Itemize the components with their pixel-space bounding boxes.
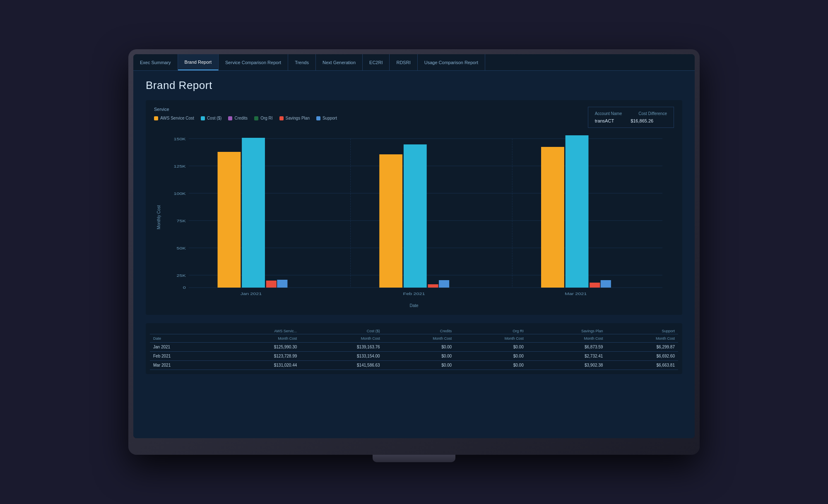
legend-cost: Cost ($) xyxy=(201,116,222,120)
col-cost-header: Cost ($) xyxy=(300,327,383,334)
legend-aws-service: AWS Service Cost xyxy=(154,116,194,120)
tab-trends[interactable]: Trends xyxy=(288,54,316,70)
legend-label-support: Support xyxy=(323,116,337,120)
table-cell: Feb 2021 xyxy=(150,352,217,361)
table-cell: $0.00 xyxy=(383,361,455,370)
legend-label-credits: Credits xyxy=(234,116,248,120)
table-cell: $123,728.99 xyxy=(217,352,300,361)
legend-dot-savings-plan xyxy=(279,116,284,120)
svg-text:Mar 2021: Mar 2021 xyxy=(565,292,587,296)
svg-text:25K: 25K xyxy=(176,274,186,278)
legend-label-savings-plan: Savings Plan xyxy=(286,116,310,120)
table-cell: $139,163.76 xyxy=(300,343,383,352)
bar-feb-support xyxy=(439,280,449,288)
bar-mar-aws xyxy=(541,147,564,288)
chart-section: Service AWS Service Cost Cost ($) Credit… xyxy=(146,100,682,315)
chart-wrapper: Monthly Cost 150K 12 xyxy=(154,126,674,308)
legend-dot-org-ri xyxy=(254,116,258,120)
table-cell: $0.00 xyxy=(383,352,455,361)
table-cell: $6,299.87 xyxy=(606,343,678,352)
account-box-header: Account Name Cost Difference xyxy=(595,111,667,116)
account-name-value: transACT xyxy=(595,118,614,123)
col-cost-subheader: Month Cost xyxy=(300,334,383,343)
col-date-header xyxy=(150,327,217,334)
table-cell: $6,873.59 xyxy=(527,343,607,352)
svg-text:100K: 100K xyxy=(173,192,186,196)
account-box-row: transACT $16,865.26 xyxy=(595,118,667,123)
tab-bar: Exec Summary Brand Report Service Compar… xyxy=(133,54,695,71)
legend-label-org-ri: Org RI xyxy=(260,116,272,120)
col-savings-header: Savings Plan xyxy=(527,327,607,334)
table-cell: $131,020.44 xyxy=(217,361,300,370)
cost-diff-header: Cost Difference xyxy=(638,111,667,116)
tab-next-generation[interactable]: Next Generation xyxy=(316,54,363,70)
bar-jan-savings xyxy=(266,281,277,288)
col-credits-subheader: Month Cost xyxy=(383,334,455,343)
table-cell: Jan 2021 xyxy=(150,343,217,352)
table-cell: $133,154.00 xyxy=(300,352,383,361)
col-aws-header: AWS Servic... xyxy=(217,327,300,334)
legend-credits: Credits xyxy=(228,116,248,120)
tab-service-comparison[interactable]: Service Comparison Report xyxy=(219,54,288,70)
table-cell: $0.00 xyxy=(455,343,527,352)
col-orgri-subheader: Month Cost xyxy=(455,334,527,343)
y-axis-label: Monthly Cost xyxy=(156,205,161,229)
table-cell: $0.00 xyxy=(455,352,527,361)
bar-mar-cost xyxy=(566,135,589,288)
bar-chart: 150K 125K 100K 75K 50K 25K 0 xyxy=(154,126,674,300)
tab-ec2ri[interactable]: EC2RI xyxy=(363,54,390,70)
legend-dot-aws-service xyxy=(154,116,158,120)
legend-org-ri: Org RI xyxy=(254,116,272,120)
tab-usage-comparison[interactable]: Usage Comparison Report xyxy=(418,54,485,70)
bar-mar-savings xyxy=(590,283,600,288)
page-title: Brand Report xyxy=(146,79,682,92)
main-content: Brand Report Service AWS Service Cost Co… xyxy=(133,71,695,438)
svg-text:Jan 2021: Jan 2021 xyxy=(241,292,262,296)
table-cell: $6,663.81 xyxy=(606,361,678,370)
svg-text:125K: 125K xyxy=(173,164,186,168)
col-credits-header: Credits xyxy=(383,327,455,334)
legend-dot-credits xyxy=(228,116,232,120)
svg-text:50K: 50K xyxy=(176,246,186,250)
table-cell: $0.00 xyxy=(455,361,527,370)
table-cell: $6,692.60 xyxy=(606,352,678,361)
bar-jan-cost xyxy=(242,138,265,288)
svg-text:150K: 150K xyxy=(173,137,186,141)
laptop-frame: Exec Summary Brand Report Service Compar… xyxy=(128,49,700,455)
legend-support: Support xyxy=(316,116,337,120)
svg-text:Feb 2021: Feb 2021 xyxy=(403,292,425,296)
bar-feb-savings xyxy=(428,284,438,288)
laptop-screen: Exec Summary Brand Report Service Compar… xyxy=(133,54,695,438)
data-table-wrapper: AWS Servic... Cost ($) Credits Org RI Sa… xyxy=(146,323,682,374)
bar-mar-support xyxy=(601,280,611,288)
table-cell: $2,732.41 xyxy=(527,352,607,361)
svg-text:75K: 75K xyxy=(176,219,186,223)
table-cell: $3,902.38 xyxy=(527,361,607,370)
laptop-base xyxy=(373,455,455,462)
legend-dot-support xyxy=(316,116,320,120)
tab-rdsri[interactable]: RDSRI xyxy=(390,54,417,70)
bar-jan-support xyxy=(277,280,287,288)
col-orgri-header: Org RI xyxy=(455,327,527,334)
table-cell: $141,586.63 xyxy=(300,361,383,370)
legend-dot-cost xyxy=(201,116,205,120)
table-row: Mar 2021$131,020.44$141,586.63$0.00$0.00… xyxy=(150,361,678,370)
tab-exec-summary[interactable]: Exec Summary xyxy=(133,54,178,70)
table-cell: $125,990.30 xyxy=(217,343,300,352)
bar-feb-cost xyxy=(404,144,427,288)
x-axis-label: Date xyxy=(154,303,674,308)
data-table: AWS Servic... Cost ($) Credits Org RI Sa… xyxy=(150,327,678,370)
cost-difference-value: $16,865.26 xyxy=(631,118,653,123)
table-cell: $0.00 xyxy=(383,343,455,352)
table-row: Jan 2021$125,990.30$139,163.76$0.00$0.00… xyxy=(150,343,678,352)
col-support-header: Support xyxy=(606,327,678,334)
col-support-subheader: Month Cost xyxy=(606,334,678,343)
account-name-header: Account Name xyxy=(595,111,622,116)
svg-text:0: 0 xyxy=(183,286,186,290)
legend-savings-plan: Savings Plan xyxy=(279,116,310,120)
col-aws-subheader: Month Cost xyxy=(217,334,300,343)
legend-label-aws-service: AWS Service Cost xyxy=(160,116,194,120)
tab-brand-report[interactable]: Brand Report xyxy=(178,54,219,70)
account-box: Account Name Cost Difference transACT $1… xyxy=(588,107,674,128)
col-savings-subheader: Month Cost xyxy=(527,334,607,343)
